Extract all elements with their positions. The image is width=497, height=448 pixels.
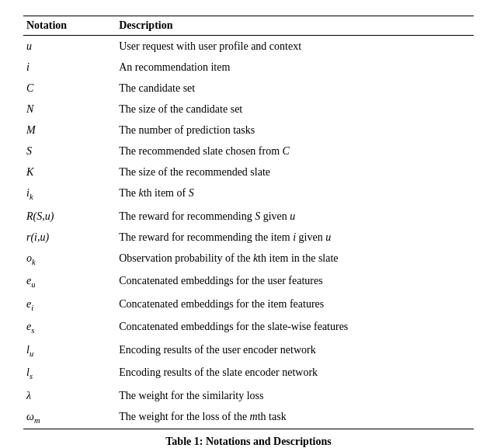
description-cell: The reward for recommending the item i g… <box>116 227 474 248</box>
table-row: eiConcatenated embeddings for the item f… <box>23 293 474 317</box>
table-row: R(S,u)The reward for recommending S give… <box>23 206 474 227</box>
table-row: ωmThe weight for the loss of the mth tas… <box>23 406 474 429</box>
notation-cell: es <box>23 316 116 339</box>
table-row: λThe weight for the similarity loss <box>23 385 474 406</box>
column-header-description: Description <box>116 16 474 36</box>
notation-cell: eu <box>23 270 116 293</box>
notation-cell: λ <box>23 385 116 406</box>
notation-cell: C <box>23 78 116 99</box>
table-row: uUser request with user profile and cont… <box>23 36 474 57</box>
table-row: SThe recommended slate chosen from C <box>23 141 474 161</box>
description-cell: Observation probability of the kth item … <box>116 248 474 271</box>
table-row: MThe number of prediction tasks <box>23 120 474 141</box>
description-cell: User request with user profile and conte… <box>116 36 474 57</box>
description-cell: Encoding results of the user encoder net… <box>116 339 474 363</box>
table-row: KThe size of the recommended slate <box>23 161 474 182</box>
table-row: NThe size of the candidate set <box>23 99 474 120</box>
table-caption: Table 1: Notations and Descriptions <box>23 436 474 448</box>
notations-table: Notation Description uUser request with … <box>23 16 474 429</box>
description-cell: The weight for the loss of the mth task <box>116 406 474 429</box>
caption-text: Table 1: Notations and Descriptions <box>165 436 331 447</box>
table-row: CThe candidate set <box>23 78 474 99</box>
table-row: luEncoding results of the user encoder n… <box>23 339 474 363</box>
description-cell: Concatenated embeddings for the user fea… <box>116 270 474 293</box>
table-row: r(i,u)The reward for recommending the it… <box>23 227 474 248</box>
notation-cell: ik <box>23 182 116 206</box>
notation-cell: lu <box>23 339 116 363</box>
column-header-notation: Notation <box>23 16 116 36</box>
description-cell: The number of prediction tasks <box>116 120 474 141</box>
description-cell: Encoding results of the slate encoder ne… <box>116 362 474 385</box>
description-cell: The recommended slate chosen from C <box>116 141 474 161</box>
notation-cell: ok <box>23 248 116 271</box>
description-cell: An recommendation item <box>116 57 474 78</box>
notation-cell: u <box>23 36 116 57</box>
notation-cell: S <box>23 141 116 161</box>
description-cell: The candidate set <box>116 78 474 99</box>
table-row: lsEncoding results of the slate encoder … <box>23 362 474 385</box>
notation-cell: ωm <box>23 406 116 429</box>
notation-cell: K <box>23 161 116 182</box>
table-row: iAn recommendation item <box>23 57 474 78</box>
table-row: okObservation probability of the kth ite… <box>23 248 474 271</box>
notation-cell: ei <box>23 293 116 317</box>
table-row: euConcatenated embeddings for the user f… <box>23 270 474 293</box>
description-cell: The size of the recommended slate <box>116 161 474 182</box>
notation-cell: M <box>23 120 116 141</box>
table-row: ikThe kth item of S <box>23 182 474 206</box>
description-cell: The reward for recommending S given u <box>116 206 474 227</box>
notation-cell: ls <box>23 362 116 385</box>
notation-cell: R(S,u) <box>23 206 116 227</box>
description-cell: Concatenated embeddings for the slate-wi… <box>116 316 474 339</box>
description-cell: Concatenated embeddings for the item fea… <box>116 293 474 317</box>
notation-cell: r(i,u) <box>23 227 116 248</box>
description-cell: The size of the candidate set <box>116 99 474 120</box>
table-container: Notation Description uUser request with … <box>23 16 474 448</box>
table-row: esConcatenated embeddings for the slate-… <box>23 316 474 339</box>
notation-cell: N <box>23 99 116 120</box>
description-cell: The kth item of S <box>116 182 474 206</box>
notation-cell: i <box>23 57 116 78</box>
description-cell: The weight for the similarity loss <box>116 385 474 406</box>
